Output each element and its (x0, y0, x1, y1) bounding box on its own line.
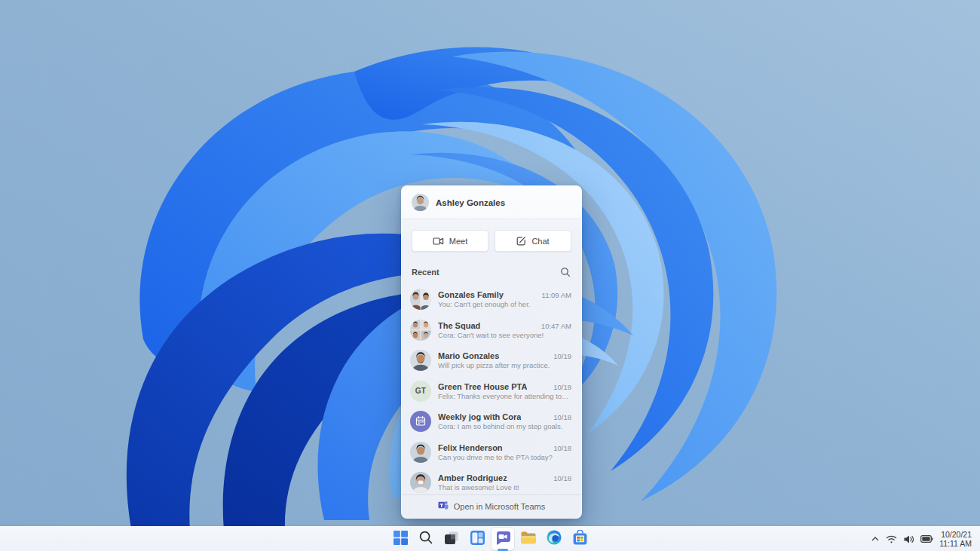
chat-item-the-squad[interactable]: The Squad 10:47 AM Cora: Can't wait to s… (402, 315, 581, 346)
tray-date: 10/20/21 (939, 530, 972, 540)
chat-item-felix-henderson[interactable]: Felix Henderson 10/18 Can you drive me t… (402, 437, 581, 468)
chat-item-green-tree-house-pta[interactable]: GT Green Tree House PTA 10/19 Felix: Tha… (402, 376, 581, 407)
taskbar: 10/20/21 11:11 AM (0, 526, 980, 551)
photo-avatar (410, 350, 431, 371)
open-in-teams-label: Open in Microsoft Teams (454, 502, 545, 511)
compose-icon (516, 236, 526, 246)
taskbar-clock[interactable]: 10/20/21 11:11 AM (939, 530, 972, 549)
recent-header: Recent (412, 266, 571, 277)
chat-name: Amber Rodriguez (438, 473, 507, 482)
tray-chevron-up-icon[interactable] (871, 534, 880, 543)
chat-preview: Cora: I am so behind on my step goals. (438, 422, 571, 430)
battery-icon[interactable] (920, 535, 933, 543)
chat-preview: Felix: Thanks everyone for attending tod… (438, 392, 571, 400)
recent-chat-list: Gonzales Family 11:09 AM You: Can't get … (402, 284, 581, 494)
chat-time: 10/19 (553, 352, 571, 360)
teams-chat-flyout: Ashley Gonzales Meet (401, 185, 582, 519)
edge-icon (546, 529, 562, 549)
user-avatar (412, 194, 429, 211)
chat-button-label: Chat (531, 237, 549, 246)
chat-item-gonzales-family[interactable]: Gonzales Family 11:09 AM You: Can't get … (402, 284, 581, 315)
chat-name: Gonzales Family (438, 290, 504, 299)
chat-time: 11:09 AM (542, 291, 571, 299)
windows-start-icon (394, 531, 408, 548)
teams-logo-icon (438, 500, 449, 513)
task-view-icon (444, 530, 460, 549)
search-icon[interactable] (560, 267, 571, 277)
microsoft-store-icon (572, 530, 588, 549)
chat-time: 10/18 (553, 413, 571, 421)
teams-chat-icon (495, 529, 511, 549)
chat-item-weekly-jog-with-cora[interactable]: Weekly jog with Cora 10/18 Cora: I am so… (402, 406, 581, 437)
chat-preview: That is awesome! Love it! (438, 483, 571, 491)
chat-time: 10/19 (553, 383, 571, 391)
chat-name: Mario Gonzales (438, 351, 499, 360)
open-in-teams-link[interactable]: Open in Microsoft Teams (402, 494, 581, 518)
photo-avatar (410, 472, 431, 493)
meet-button[interactable]: Meet (412, 230, 488, 252)
store-button[interactable] (568, 528, 591, 550)
chat-preview: Cora: Can't wait to see everyone! (438, 331, 571, 339)
search-button[interactable] (415, 528, 437, 550)
start-button[interactable] (389, 528, 412, 550)
chat-item-mario-gonzales[interactable]: Mario Gonzales 10/19 Will pick up pizza … (402, 345, 581, 376)
user-name: Ashley Gonzales (436, 198, 505, 207)
chat-button[interactable]: Chat (495, 230, 571, 252)
meet-button-label: Meet (449, 237, 467, 246)
widgets-button[interactable] (466, 528, 488, 550)
chat-preview: Will pick up pizza after my practice. (438, 361, 571, 369)
photo-avatar (410, 442, 431, 463)
initials-avatar: GT (410, 381, 431, 402)
desktop: Ashley Gonzales Meet (0, 0, 980, 551)
chat-preview: Can you drive me to the PTA today? (438, 453, 571, 461)
calendar-avatar-icon (410, 411, 431, 432)
task-view-button[interactable] (440, 528, 463, 550)
tray-time: 11:11 AM (939, 539, 972, 549)
search-icon (418, 530, 433, 548)
group-photo-avatar (410, 289, 431, 310)
chat-item-amber-rodriguez[interactable]: Amber Rodriguez 10/18 That is awesome! L… (402, 467, 581, 494)
wifi-icon[interactable] (886, 534, 897, 544)
teams-chat-button[interactable] (492, 528, 514, 550)
recent-label: Recent (412, 268, 439, 277)
file-explorer-icon (520, 529, 537, 549)
chat-preview: You: Can't get enough of her. (438, 300, 571, 308)
chat-name: The Squad (438, 321, 480, 330)
video-camera-icon (433, 237, 444, 246)
chat-time: 10/18 (553, 474, 571, 482)
file-explorer-button[interactable] (517, 528, 540, 550)
volume-icon[interactable] (903, 534, 914, 544)
chat-name: Weekly jog with Cora (438, 412, 521, 421)
edge-button[interactable] (543, 528, 565, 550)
quick-actions: Meet Chat (412, 230, 571, 252)
chat-time: 10/18 (553, 444, 571, 452)
chat-time: 10:47 AM (541, 322, 571, 330)
chat-name: Felix Henderson (438, 443, 503, 452)
widgets-icon (470, 530, 485, 549)
taskbar-center-icons (389, 527, 591, 551)
chat-name: Green Tree House PTA (438, 382, 527, 391)
group-photo-avatar (410, 320, 431, 341)
flyout-header: Ashley Gonzales (402, 186, 581, 219)
system-tray: 10/20/21 11:11 AM (871, 527, 980, 551)
